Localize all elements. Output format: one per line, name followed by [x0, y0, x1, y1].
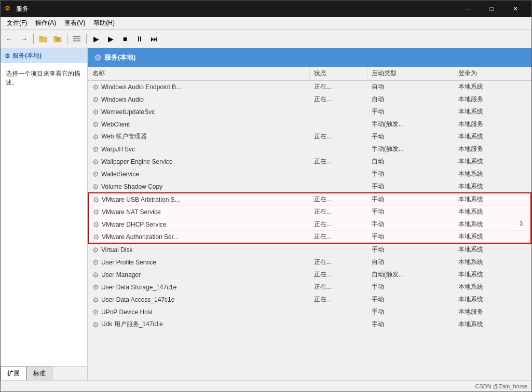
service-name-text: User Profile Service [101, 259, 156, 266]
service-name-text: UPnP Device Host [101, 309, 153, 316]
table-row[interactable]: ⚙Virtual Disk手动本地系统 [88, 243, 531, 256]
list-view-button[interactable] [70, 32, 84, 46]
sidebar-description: 选择一个项目来查看它的描述。 [1, 63, 87, 366]
table-row[interactable]: ⚙User Profile Service正在...自动本地系统 [88, 256, 531, 269]
service-login: 本地系统 [454, 269, 531, 281]
services-table: 名称 状态 启动类型 登录为 ⚙Windows Audio Endpoint B… [88, 67, 531, 331]
status-bar: CSDN @Zain_horse [1, 380, 531, 391]
table-row[interactable]: ⚙WebClient手动(触发...本地服务 [88, 118, 531, 131]
content-header-icon: ⚙ [94, 53, 101, 63]
service-login: 本地系统 [454, 156, 531, 168]
table-row[interactable]: ⚙WalletService手动本地系统 [88, 168, 531, 180]
sidebar-tab-expand[interactable]: 扩展 [1, 367, 26, 380]
service-name-text: VMware NAT Service [102, 208, 161, 216]
table-row[interactable]: ⚙UPnP Device Host手动本地服务 [88, 306, 531, 318]
service-name-text: Web 帐户管理器 [101, 132, 147, 141]
table-row[interactable]: ⚙Windows Audio正在...自动本地服务 [88, 93, 531, 106]
pause-button[interactable]: ⏸ [133, 32, 146, 46]
service-gear-icon: ⚙ [92, 183, 99, 191]
content-header-title: 服务(本地) [104, 53, 136, 62]
play-button[interactable]: ▶ [89, 32, 103, 46]
service-name-text: VMware Authorization Ser... [102, 233, 179, 241]
row-number-label: 3 [520, 220, 523, 227]
refresh-button[interactable]: ↺ [51, 32, 64, 46]
service-login: 本地系统 [454, 293, 531, 306]
table-row[interactable]: ⚙User Data Storage_147c1e正在...手动本地系统 [88, 281, 531, 293]
main-window: ⚙ 服务 ─ □ ✕ 文件(F) 操作(A) 查看(V) 帮助(H) ← → [0, 0, 532, 392]
col-header-login[interactable]: 登录为 [454, 67, 531, 80]
service-gear-icon: ⚙ [92, 258, 99, 267]
service-name-text: WemeetUpdateSvc [101, 108, 155, 116]
service-gear-icon: ⚙ [92, 120, 99, 129]
table-row[interactable]: ⚙Web 帐户管理器正在...手动本地系统 [88, 131, 531, 143]
service-name-text: User Data Storage_147c1e [101, 284, 176, 291]
service-gear-icon: ⚙ [92, 271, 99, 279]
title-bar: ⚙ 服务 ─ □ ✕ [1, 1, 531, 17]
table-row[interactable]: ⚙VMware USB Arbitration S...正在...手动本地系统 [88, 193, 531, 206]
service-gear-icon: ⚙ [92, 158, 99, 166]
table-row[interactable]: ⚙User Data Access_147c1e正在...手动本地系统 [88, 293, 531, 306]
service-status [310, 243, 367, 256]
col-header-startup[interactable]: 启动类型 [367, 67, 454, 80]
maximize-button[interactable]: □ [480, 1, 503, 17]
table-row[interactable]: ⚙Windows Audio Endpoint B...正在...自动本地系统 [88, 80, 531, 93]
service-name-text: Volume Shadow Copy [101, 183, 162, 190]
sidebar-tabs: 扩展 标准 [1, 366, 87, 380]
stop-button[interactable]: ■ [118, 32, 132, 46]
back-button[interactable]: ← [3, 32, 16, 46]
col-header-name[interactable]: 名称 [88, 67, 310, 80]
service-startup: 手动 [367, 193, 454, 206]
table-row[interactable]: ⚙WemeetUpdateSvc手动本地系统 [88, 106, 531, 118]
skip-button[interactable]: ⏭ [147, 32, 161, 46]
service-login: 本地系统 [454, 106, 531, 118]
service-status [310, 306, 367, 318]
service-status [310, 318, 367, 331]
service-startup: 手动 [367, 281, 454, 293]
sidebar-tab-standard[interactable]: 标准 [26, 367, 52, 380]
menu-view[interactable]: 查看(V) [60, 18, 89, 29]
svg-rect-6 [73, 38, 80, 39]
table-scroll[interactable]: 名称 状态 启动类型 登录为 ⚙Windows Audio Endpoint B… [88, 67, 531, 380]
service-login: 本地系统 [454, 231, 531, 244]
table-row[interactable]: ⚙VMware DHCP Service正在...手动本地系统 [88, 218, 531, 231]
table-row[interactable]: ⚙VMware NAT Service正在...手动本地系统 [88, 206, 531, 218]
service-startup: 手动 [367, 293, 454, 306]
close-button[interactable]: ✕ [503, 1, 527, 17]
table-row[interactable]: ⚙User Manager正在...自动(触发...本地系统 [88, 269, 531, 281]
service-gear-icon: ⚙ [93, 195, 100, 204]
service-gear-icon: ⚙ [92, 145, 99, 153]
service-startup: 手动 [367, 318, 454, 331]
menu-help[interactable]: 帮助(H) [89, 18, 119, 29]
table-row[interactable]: ⚙Wallpaper Engine Service正在...自动本地系统 [88, 156, 531, 168]
minimize-button[interactable]: ─ [456, 1, 480, 17]
col-header-status[interactable]: 状态 [310, 67, 367, 80]
svg-text:↺: ↺ [56, 37, 60, 42]
up-button[interactable] [36, 32, 50, 46]
table-row[interactable]: ⚙Udk 用户服务_147c1e手动本地系统 [88, 318, 531, 331]
menu-file[interactable]: 文件(F) [3, 18, 31, 29]
service-status: 正在... [310, 231, 367, 244]
service-login: 本地系统 [454, 80, 531, 93]
service-name-text: VMware DHCP Service [102, 221, 166, 228]
folder-icon [39, 35, 47, 43]
service-name-text: User Manager [101, 271, 141, 278]
service-name-text: Udk 用户服务_147c1e [101, 320, 163, 329]
window-title: 服务 [16, 5, 456, 13]
table-row[interactable]: ⚙WarpJITSvc手动(触发...本地服务 [88, 143, 531, 156]
sidebar-item-local-services[interactable]: ⚙ 服务(本地) [1, 48, 87, 63]
table-row[interactable]: ⚙VMware Authorization Ser...正在...手动本地系统 [88, 231, 531, 244]
play2-button[interactable]: ▶ [104, 32, 117, 46]
table-row[interactable]: ⚙Volume Shadow Copy手动本地系统 [88, 180, 531, 193]
service-login: 本地系统 [454, 206, 531, 218]
service-name-text: Windows Audio [101, 96, 144, 103]
service-gear-icon: ⚙ [92, 133, 99, 141]
service-gear-icon: ⚙ [92, 246, 99, 254]
menu-action[interactable]: 操作(A) [31, 18, 60, 29]
toolbar-separator-2 [67, 34, 67, 44]
table-wrapper: 名称 状态 启动类型 登录为 ⚙Windows Audio Endpoint B… [88, 67, 531, 380]
forward-button[interactable]: → [17, 32, 31, 46]
service-gear-icon: ⚙ [92, 108, 99, 116]
service-gear-icon: ⚙ [92, 170, 99, 178]
service-name-text: VMware USB Arbitration S... [102, 196, 180, 203]
service-gear-icon: ⚙ [92, 308, 99, 316]
